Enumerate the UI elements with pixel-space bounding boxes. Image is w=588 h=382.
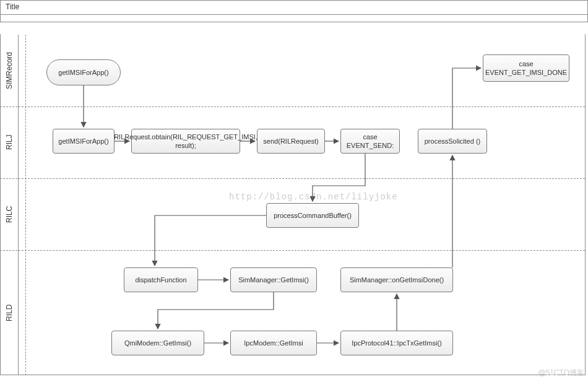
arrows xyxy=(0,0,588,382)
